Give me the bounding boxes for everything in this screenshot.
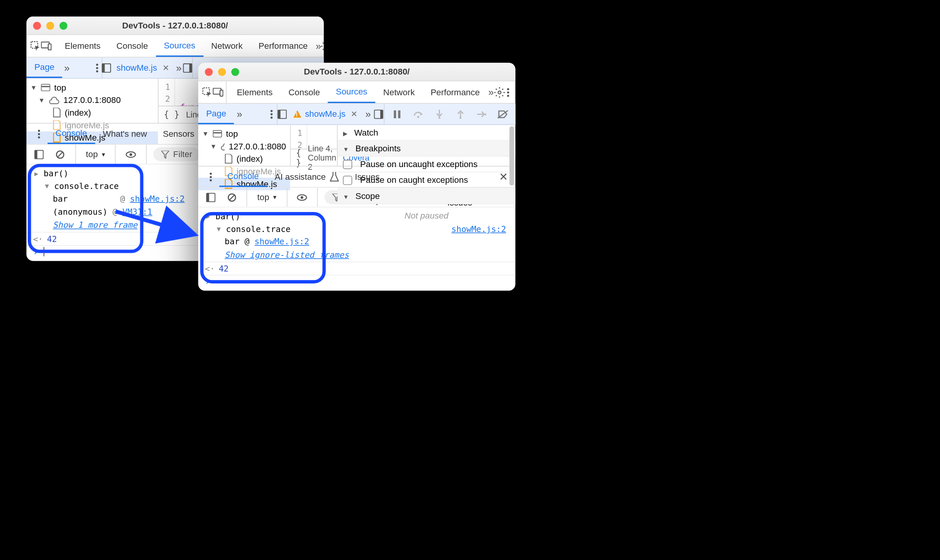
tree-node-host[interactable]: ▼ 127.0.0.1:8080 xyxy=(27,94,158,106)
drawer-tab-console[interactable]: Console xyxy=(219,166,267,187)
show-more-frames-link[interactable]: Show 1 more frame xyxy=(53,220,138,230)
svg-point-48 xyxy=(459,117,461,119)
tab-console[interactable]: Console xyxy=(280,81,328,103)
minimize-icon[interactable] xyxy=(46,22,54,30)
drawer-tab-ai[interactable]: AI assistance xyxy=(267,166,347,187)
scrollbar[interactable] xyxy=(509,126,514,186)
tree-file-index[interactable]: (index) xyxy=(198,152,290,165)
file-tab-showme[interactable]: showMe.js ✕ xyxy=(288,104,363,124)
navigator-overflow-icon[interactable] xyxy=(234,105,245,123)
context-selector[interactable]: top xyxy=(254,190,280,204)
source-link[interactable]: showMe.js:2 xyxy=(451,224,506,234)
tab-performance[interactable]: Performance xyxy=(423,81,487,103)
svg-rect-41 xyxy=(278,110,281,118)
navigator-tab-page[interactable]: Page xyxy=(27,58,63,78)
panel-tabs: Elements Console Sources Network Perform… xyxy=(198,81,516,104)
panel-right-icon[interactable] xyxy=(183,59,192,76)
pretty-print-icon[interactable]: { } xyxy=(296,147,301,167)
tab-performance[interactable]: Performance xyxy=(250,35,315,57)
device-toggle-icon[interactable] xyxy=(41,37,52,55)
pretty-print-icon[interactable]: { } xyxy=(164,110,179,120)
scope-section[interactable]: Scope xyxy=(338,188,516,204)
tab-console[interactable]: Console xyxy=(108,35,156,57)
drawer-tab-sensors[interactable]: Sensors xyxy=(155,124,202,144)
step-into-icon[interactable] xyxy=(431,105,448,123)
pause-uncaught-checkbox[interactable]: Pause on uncaught exceptions xyxy=(338,157,516,172)
line-gutter: 123 4567 xyxy=(159,79,175,106)
drawer-tab-console[interactable]: Console xyxy=(48,124,95,144)
file-tabs-overflow-icon[interactable] xyxy=(174,59,184,76)
live-expression-icon[interactable] xyxy=(294,189,311,206)
tree-label: (index) xyxy=(65,108,91,118)
step-out-icon[interactable] xyxy=(452,105,469,123)
kebab-icon[interactable] xyxy=(202,168,219,186)
svg-rect-43 xyxy=(380,110,383,118)
sidebar-toggle-icon[interactable] xyxy=(30,146,48,163)
console-body: ▶bar() ▼console.trace showMe.js:2 bar @ … xyxy=(198,207,516,291)
device-toggle-icon[interactable] xyxy=(213,84,224,101)
tab-elements[interactable]: Elements xyxy=(57,35,109,57)
trace-frame: bar @ showMe.js:2 xyxy=(198,235,516,248)
live-expression-icon[interactable] xyxy=(122,146,139,163)
inspect-icon[interactable] xyxy=(30,37,41,55)
tab-network[interactable]: Network xyxy=(375,81,423,103)
inspect-icon[interactable] xyxy=(202,84,213,101)
tab-elements[interactable]: Elements xyxy=(229,81,281,103)
maximize-icon[interactable] xyxy=(60,22,68,30)
window-traffic-lights[interactable] xyxy=(33,22,67,30)
tree-node-host[interactable]: ▼ 127.0.0.1:8080 xyxy=(198,140,290,153)
panel-tabs: Elements Console Sources Network Perform… xyxy=(27,35,324,57)
breakpoints-section[interactable]: Breakpoints xyxy=(338,141,516,156)
window-traffic-lights[interactable] xyxy=(205,68,239,76)
svg-point-21 xyxy=(38,129,40,132)
tree-node-top[interactable]: ▼top xyxy=(27,81,158,94)
kebab-icon[interactable] xyxy=(505,84,511,101)
panel-left-icon[interactable] xyxy=(102,59,111,76)
close-icon[interactable] xyxy=(33,22,41,30)
drawer-tab-whats-new[interactable]: What's new xyxy=(95,124,155,144)
overflow-tabs-icon[interactable] xyxy=(316,37,321,55)
step-icon[interactable] xyxy=(473,105,490,123)
kebab-icon[interactable] xyxy=(266,105,277,123)
clear-console-icon[interactable] xyxy=(223,189,240,206)
step-over-icon[interactable] xyxy=(409,105,427,123)
clear-console-icon[interactable] xyxy=(51,146,69,163)
close-icon[interactable]: ✕ xyxy=(162,63,169,72)
context-selector[interactable]: top xyxy=(83,147,108,161)
tab-sources[interactable]: Sources xyxy=(328,81,375,103)
minimize-icon[interactable] xyxy=(218,68,226,76)
gear-icon[interactable] xyxy=(321,37,324,55)
kebab-icon[interactable] xyxy=(30,125,48,142)
navigator-tab-page[interactable]: Page xyxy=(198,104,234,124)
tree-node-top[interactable]: ▼top xyxy=(198,128,290,140)
overflow-tabs-icon[interactable] xyxy=(488,84,494,101)
filter-placeholder: Filter xyxy=(173,149,192,159)
navigator-overflow-icon[interactable] xyxy=(62,59,71,76)
show-ignored-frames-link[interactable]: Show ignore-listed frames xyxy=(225,250,349,260)
source-link[interactable]: VM31:1 xyxy=(123,207,153,217)
kebab-icon[interactable] xyxy=(93,59,102,76)
panel-left-icon[interactable] xyxy=(277,105,288,123)
panel-right-icon[interactable] xyxy=(373,105,384,123)
source-link[interactable]: showMe.js:2 xyxy=(254,237,309,247)
tree-file-index[interactable]: (index) xyxy=(27,106,158,119)
tab-sources[interactable]: Sources xyxy=(156,35,203,57)
close-icon[interactable]: ✕ xyxy=(351,109,357,119)
file-tabs-overflow-icon[interactable] xyxy=(363,105,373,123)
funnel-icon xyxy=(161,150,169,158)
close-icon[interactable] xyxy=(205,68,213,76)
gear-icon[interactable] xyxy=(494,84,505,101)
maximize-icon[interactable] xyxy=(231,68,239,76)
console-row[interactable]: ▶bar() xyxy=(198,210,516,223)
watch-section[interactable]: Watch xyxy=(338,125,516,141)
console-trace-header[interactable]: ▼console.trace showMe.js:2 xyxy=(198,223,516,235)
file-tab-showme[interactable]: showMe.js ✕ xyxy=(111,58,174,78)
filter-input[interactable]: Filter xyxy=(153,147,200,161)
tab-network[interactable]: Network xyxy=(203,35,250,57)
pause-icon[interactable] xyxy=(388,105,406,123)
source-link[interactable]: showMe.js:2 xyxy=(130,194,184,204)
pause-caught-checkbox[interactable]: Pause on caught exceptions xyxy=(338,172,516,188)
deactivate-breakpoints-icon[interactable] xyxy=(494,105,512,123)
console-prompt[interactable]: › xyxy=(198,275,516,288)
sidebar-toggle-icon[interactable] xyxy=(202,189,219,206)
